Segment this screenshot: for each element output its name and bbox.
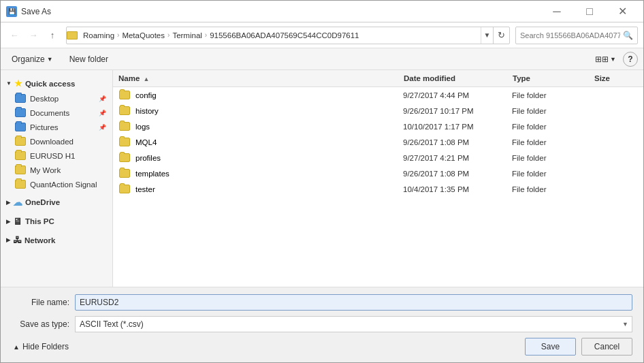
- save-type-row: Save as type: ASCII Text (*.csv)CSV (*.c…: [12, 316, 632, 332]
- bottom-section: File name: Save as type: ASCII Text (*.c…: [1, 287, 643, 362]
- sidebar-item-onedrive[interactable]: ▶ ☁ OneDrive: [1, 194, 112, 210]
- close-button[interactable]: ✕: [607, 1, 638, 22]
- sidebar-header-quick-access[interactable]: ▼ ★ Quick access: [1, 76, 112, 91]
- sidebar-item-this-pc[interactable]: ▶ 🖥 This PC: [1, 213, 112, 230]
- pin-icon-documents: 📌: [99, 110, 106, 116]
- window-title: Save As: [21, 7, 51, 16]
- sidebar-item-downloaded[interactable]: Downloaded: [1, 134, 112, 148]
- folder-icon-documents: [15, 108, 26, 117]
- refresh-button[interactable]: ↻: [493, 27, 509, 44]
- chevron-up-icon: ▲: [13, 343, 20, 351]
- sidebar-item-my-work[interactable]: My Work: [1, 163, 112, 177]
- address-dropdown-button[interactable]: ▼: [481, 27, 493, 44]
- organize-label: Organize: [12, 54, 45, 64]
- chevron-right-icon: ▶: [6, 200, 10, 206]
- breadcrumb-metaquotes[interactable]: MetaQuotes: [122, 31, 165, 40]
- breadcrumbs: Roaming › MetaQuotes › Terminal › 915566…: [79, 27, 481, 44]
- file-name-cell: profiles: [114, 151, 398, 164]
- pin-icon-pictures: 📌: [99, 124, 106, 131]
- chevron-down-icon: ▼: [6, 80, 12, 86]
- breadcrumb-guid[interactable]: 915566BA06ADA407569C544CC0D97611: [210, 31, 359, 40]
- title-bar-controls: ─ □ ✕: [541, 1, 638, 22]
- sidebar-item-quantaction-signal[interactable]: QuantAction Signal: [1, 177, 112, 191]
- table-row[interactable]: tester 10/4/2017 1:35 PM File folder: [113, 181, 643, 197]
- back-button[interactable]: ←: [6, 27, 22, 44]
- file-date-cell: 9/26/2017 10:17 PM: [398, 105, 506, 117]
- folder-icon-pictures: [15, 123, 26, 131]
- sidebar-item-documents[interactable]: Documents 📌: [1, 106, 112, 120]
- file-name-cell: templates: [114, 167, 398, 180]
- file-name-text: tester: [135, 185, 155, 193]
- search-icon[interactable]: 🔍: [623, 31, 633, 40]
- eurusd-label: EURUSD H1: [30, 152, 75, 160]
- cloud-icon: ☁: [13, 197, 22, 208]
- up-button[interactable]: ↑: [44, 27, 61, 44]
- file-name-cell: tester: [114, 183, 398, 195]
- new-folder-button[interactable]: New folder: [64, 52, 114, 66]
- cancel-button[interactable]: Cancel: [581, 338, 632, 356]
- file-size-cell: [588, 109, 643, 113]
- hide-folders-button[interactable]: ▲ Hide Folders: [12, 341, 70, 353]
- pictures-label: Pictures: [30, 123, 59, 131]
- table-row[interactable]: templates 9/26/2017 1:08 PM File folder: [113, 165, 643, 181]
- save-type-select[interactable]: ASCII Text (*.csv)CSV (*.csv)Text (*.txt…: [75, 316, 632, 332]
- sidebar-section-this-pc: ▶ 🖥 This PC: [1, 213, 112, 230]
- file-type-cell: File folder: [506, 168, 588, 180]
- window-icon: 💾: [6, 6, 17, 17]
- save-label: Save: [541, 342, 560, 351]
- documents-label: Documents: [30, 109, 69, 117]
- file-name-text: logs: [135, 123, 150, 131]
- breadcrumb-terminal[interactable]: Terminal: [172, 31, 202, 40]
- column-header-name[interactable]: Name ▲: [113, 73, 398, 84]
- table-row[interactable]: history 9/26/2017 10:17 PM File folder: [113, 103, 643, 119]
- table-row[interactable]: MQL4 9/26/2017 1:08 PM File folder: [113, 134, 643, 150]
- type-col-label: Type: [513, 74, 530, 82]
- file-date-cell: 10/4/2017 1:35 PM: [398, 183, 506, 195]
- toolbar-right: ⊞⊞ ▼ ?: [591, 52, 638, 67]
- file-name-input[interactable]: [75, 294, 632, 311]
- downloaded-label: Downloaded: [30, 138, 74, 146]
- column-header-type[interactable]: Type: [507, 73, 589, 84]
- organize-dropdown-icon: ▼: [47, 56, 53, 63]
- file-name-text: profiles: [135, 154, 161, 162]
- table-row[interactable]: config 9/27/2017 4:44 PM File folder: [113, 87, 643, 103]
- sidebar-item-desktop[interactable]: Desktop 📌: [1, 91, 112, 106]
- table-row[interactable]: logs 10/10/2017 1:17 PM File folder: [113, 119, 643, 134]
- file-list-container: Name ▲ Date modified Type Size: [113, 70, 643, 287]
- file-name-cell: MQL4: [114, 136, 398, 148]
- breadcrumb-roaming[interactable]: Roaming: [83, 31, 114, 40]
- view-button[interactable]: ⊞⊞ ▼: [591, 52, 620, 66]
- file-date-cell: 9/26/2017 1:08 PM: [398, 136, 506, 148]
- file-type-cell: File folder: [506, 89, 588, 101]
- column-header-size[interactable]: Size: [589, 73, 643, 84]
- table-row[interactable]: profiles 9/27/2017 4:21 PM File folder: [113, 150, 643, 165]
- organize-button[interactable]: Organize ▼: [6, 52, 59, 66]
- pc-icon: 🖥: [13, 216, 22, 227]
- action-buttons: Save Cancel: [525, 338, 632, 356]
- date-col-label: Date modified: [404, 74, 455, 82]
- maximize-button[interactable]: □: [574, 1, 605, 22]
- sort-arrow-icon: ▲: [144, 76, 150, 82]
- file-list-header: Name ▲ Date modified Type Size: [113, 70, 643, 87]
- name-col-label: Name: [118, 74, 140, 82]
- file-name-text: MQL4: [135, 138, 157, 146]
- address-bar[interactable]: Roaming › MetaQuotes › Terminal › 915566…: [66, 27, 510, 44]
- pin-icon-desktop: 📌: [99, 95, 106, 102]
- cancel-label: Cancel: [594, 342, 619, 351]
- quick-access-label: Quick access: [25, 80, 76, 88]
- file-size-cell: [588, 172, 643, 176]
- sidebar-item-network[interactable]: ▶ 🖧 Network: [1, 232, 112, 248]
- sidebar-item-eurusd-h1[interactable]: EURUSD H1: [1, 148, 112, 163]
- save-button[interactable]: Save: [525, 338, 576, 356]
- forward-button[interactable]: →: [25, 27, 42, 44]
- file-name-text: history: [135, 107, 159, 115]
- breadcrumb-sep-3: ›: [205, 31, 207, 39]
- minimize-button[interactable]: ─: [541, 1, 573, 22]
- sidebar-item-pictures[interactable]: Pictures 📌: [1, 120, 112, 134]
- search-input[interactable]: [520, 31, 620, 40]
- file-name-cell: logs: [114, 120, 398, 133]
- file-name-label: File name:: [12, 298, 69, 307]
- save-type-wrapper: ASCII Text (*.csv)CSV (*.csv)Text (*.txt…: [75, 316, 632, 332]
- help-button[interactable]: ?: [623, 52, 638, 67]
- column-header-date[interactable]: Date modified: [398, 73, 507, 84]
